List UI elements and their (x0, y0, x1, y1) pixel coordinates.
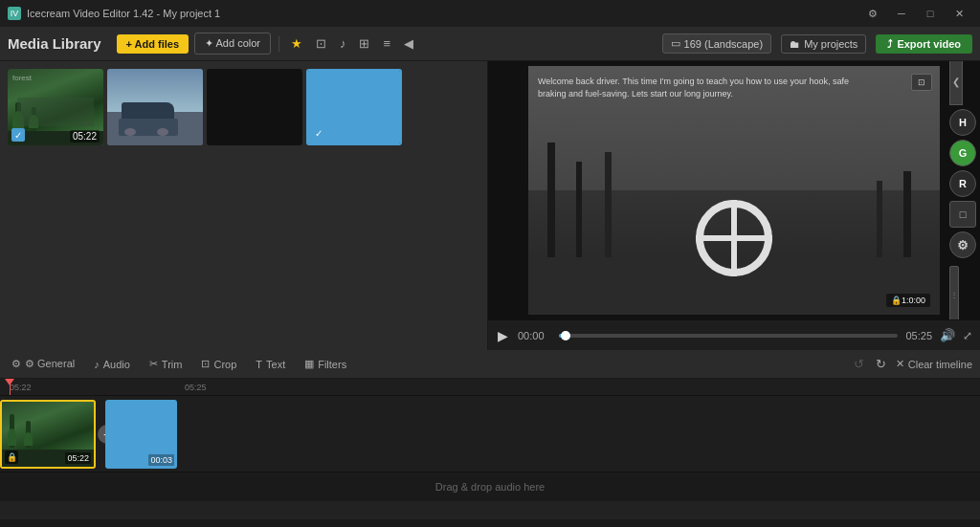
clip-1-icons: 🔒 (5, 450, 18, 464)
app-icon: IV (8, 7, 21, 20)
media-thumb-2[interactable] (107, 69, 203, 145)
toolbar-left: Media Library + Add files ✦ Add color ★ … (8, 33, 417, 55)
my-projects-button[interactable]: 🖿 My projects (781, 34, 866, 54)
fullscreen-button[interactable]: ⤢ (963, 329, 972, 342)
media-thumb-3[interactable] (207, 69, 302, 145)
timeline-toolbar: ⚙ ⚙ General ♪ Audio ✂ Trim ⊡ Crop T Text… (0, 350, 980, 379)
timeline-tools-right: ↺ ↻ ✕ Clear timeline (852, 355, 972, 373)
current-time: 00:00 (518, 330, 551, 341)
preview-hud: 🔒1:0:00 (886, 294, 930, 307)
titlebar-controls: ⚙ ─ □ ✕ (859, 4, 972, 23)
star-icon-button[interactable]: ★ (287, 34, 306, 53)
add-color-button[interactable]: ✦ Add color (194, 33, 271, 55)
redo-button[interactable]: ↻ (874, 355, 888, 373)
audio-icon: ♪ (94, 359, 100, 370)
titlebar-left: IV Icecream Video Editor 1.42 - My proje… (8, 7, 220, 20)
filters-tool-button[interactable]: ▦ Filters (301, 356, 350, 372)
total-time: 05:25 (905, 330, 932, 341)
timeline-ruler: 05:22 05:25 (0, 379, 980, 396)
square-button[interactable]: □ (949, 201, 976, 228)
music-icon-button[interactable]: ♪ (336, 34, 350, 53)
separator-1 (278, 36, 279, 52)
settings-button[interactable]: ⚙ (859, 4, 886, 23)
timeline-scrollbar[interactable] (0, 519, 980, 527)
preview-video: Welcome back driver. This time I'm going… (528, 66, 940, 315)
preview-side-buttons: ❮ H G R □ ⚙ ⋮ (946, 61, 980, 319)
grid-view-button[interactable]: ⊞ (355, 34, 373, 53)
steering-wheel (696, 200, 772, 276)
preview-panel: Welcome back driver. This time I'm going… (488, 61, 980, 350)
trim-tool-button[interactable]: ✂ Trim (145, 356, 187, 372)
media-library-title: Media Library (8, 35, 101, 52)
top-toolbar: Media Library + Add files ✦ Add color ★ … (0, 27, 980, 61)
audio-track[interactable]: Drag & drop audio here (0, 472, 980, 501)
maximize-button[interactable]: □ (917, 4, 944, 23)
play-button[interactable]: ▶ (496, 326, 510, 345)
video-track[interactable]: 🔒 05:22 + 00:03 (0, 396, 980, 472)
export-icon: ⤴ (887, 38, 893, 50)
export-video-button[interactable]: ⤴ Export video (876, 34, 972, 54)
image-icon-button[interactable]: ⊡ (312, 34, 330, 53)
list-view-button[interactable]: ≡ (379, 34, 394, 53)
media-panel: forest ✓ 05:22 (0, 61, 488, 350)
text-icon: T (256, 359, 262, 370)
progress-thumb (561, 331, 570, 340)
main-content: forest ✓ 05:22 (0, 61, 980, 350)
clear-timeline-button[interactable]: ✕ Clear timeline (896, 358, 972, 370)
scissors-icon: ✂ (149, 358, 158, 370)
preview-camera-button[interactable]: ⊡ (911, 74, 932, 91)
gear-icon: ⚙ (11, 358, 21, 370)
app-title: Icecream Video Editor 1.42 - My project … (27, 8, 220, 19)
ruler-mark-2: 05:25 (185, 383, 207, 392)
playback-controls: ▶ 00:00 05:25 🔊 ⤢ (488, 319, 980, 350)
toolbar-right: ▭ 169 (Landscape) 🖿 My projects ⤴ Export… (662, 33, 972, 54)
preview-frame: Welcome back driver. This time I'm going… (528, 66, 940, 315)
timeline-clip-1[interactable]: 🔒 05:22 (0, 400, 96, 469)
aspect-ratio-icon: ▭ (671, 37, 680, 50)
folder-icon: 🖿 (790, 38, 800, 50)
timeline-tracks: 🔒 05:22 + 00:03 Drag & drop audio here (0, 396, 980, 519)
titlebar: IV Icecream Video Editor 1.42 - My proje… (0, 0, 980, 27)
progress-bar[interactable] (559, 334, 898, 338)
timeline-section: ⚙ ⚙ General ♪ Audio ✂ Trim ⊡ Crop T Text… (0, 350, 980, 527)
side-panel-drag[interactable]: ⋮ (949, 266, 959, 319)
media-grid: forest ✓ 05:22 (0, 61, 487, 350)
volume-button[interactable]: 🔊 (940, 328, 955, 342)
filters-icon: ▦ (304, 358, 314, 370)
minimize-button[interactable]: ─ (888, 4, 915, 23)
lock-icon: 🔒 (5, 450, 18, 464)
audio-drop-label: Drag & drop audio here (435, 481, 545, 493)
text-tool-button[interactable]: T Text (252, 357, 289, 372)
undo-button[interactable]: ↺ (852, 355, 866, 373)
crop-icon: ⊡ (201, 358, 210, 370)
general-tool-button[interactable]: ⚙ ⚙ General (8, 356, 78, 372)
crop-tool-button[interactable]: ⊡ Crop (197, 356, 240, 372)
audio-tool-button[interactable]: ♪ Audio (90, 357, 134, 372)
thumb-1-duration: 05:22 (70, 130, 100, 143)
playhead-triangle (5, 379, 14, 385)
h-button[interactable]: H (949, 109, 976, 136)
clear-icon: ✕ (896, 358, 904, 370)
timeline-playhead (10, 379, 11, 395)
aspect-ratio-button[interactable]: ▭ 169 (Landscape) (662, 33, 772, 54)
clip-1-duration: 05:22 (65, 452, 91, 464)
preview-area: Welcome back driver. This time I'm going… (488, 61, 980, 319)
timeline-clip-2[interactable]: 00:03 (105, 400, 177, 469)
thumb-4-check: ✓ (312, 126, 325, 140)
add-files-button[interactable]: + Add files (117, 34, 189, 54)
g-button[interactable]: G (949, 140, 976, 166)
preview-text-overlay: Welcome back driver. This time I'm going… (538, 76, 863, 99)
collapse-button[interactable]: ❮ (949, 61, 963, 105)
gear-button[interactable]: ⚙ (949, 231, 976, 258)
timeline-tools-left: ⚙ ⚙ General ♪ Audio ✂ Trim ⊡ Crop T Text… (8, 356, 350, 372)
media-thumb-1[interactable]: forest ✓ 05:22 (8, 69, 103, 145)
thumb-1-check: ✓ (11, 128, 25, 142)
clip-2-duration: 00:03 (148, 454, 174, 466)
r-button[interactable]: R (949, 170, 976, 197)
close-button[interactable]: ✕ (946, 4, 972, 23)
media-thumb-4[interactable]: ✓ (306, 69, 402, 145)
back-arrow-button[interactable]: ◀ (400, 34, 417, 53)
